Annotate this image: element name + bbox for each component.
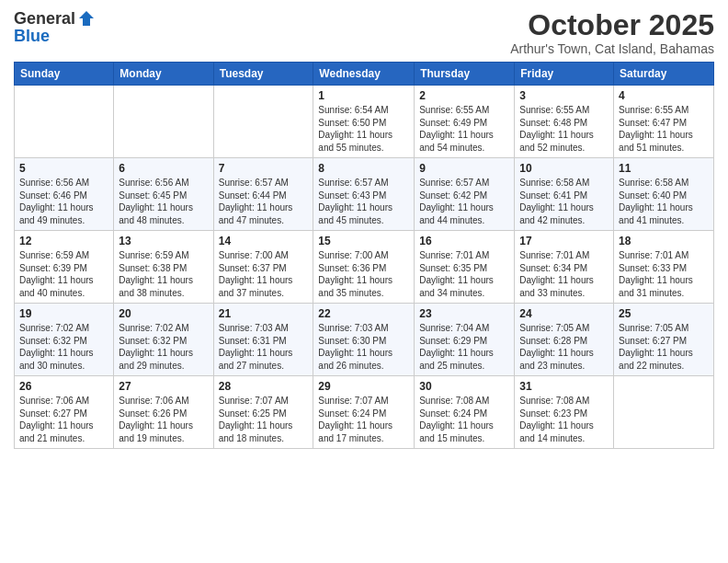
calendar-cell: 10Sunrise: 6:58 AM Sunset: 6:41 PM Dayli… [515,158,614,231]
calendar-cell: 28Sunrise: 7:07 AM Sunset: 6:25 PM Dayli… [213,376,313,449]
day-number: 2 [419,89,509,102]
day-number: 24 [519,307,609,320]
weekday-header-monday: Monday [114,63,213,86]
day-info: Sunrise: 7:03 AM Sunset: 6:30 PM Dayligh… [318,322,409,372]
day-number: 21 [219,307,309,320]
day-info: Sunrise: 7:07 AM Sunset: 6:24 PM Dayligh… [318,395,409,444]
day-number: 25 [619,307,709,320]
weekday-header-thursday: Thursday [415,63,515,86]
day-number: 27 [119,380,208,393]
day-number: 13 [119,235,208,247]
day-info: Sunrise: 7:00 AM Sunset: 6:36 PM Dayligh… [318,249,409,299]
day-info: Sunrise: 7:01 AM Sunset: 6:33 PM Dayligh… [619,249,709,299]
day-info: Sunrise: 7:02 AM Sunset: 6:32 PM Dayligh… [119,322,208,372]
day-number: 14 [219,235,309,247]
header: General Blue October 2025 Arthur's Town,… [14,9,714,56]
day-info: Sunrise: 7:06 AM Sunset: 6:26 PM Dayligh… [119,395,208,444]
calendar-cell: 15Sunrise: 7:00 AM Sunset: 6:36 PM Dayli… [313,231,415,304]
day-number: 11 [619,162,709,175]
calendar-cell: 2Sunrise: 6:55 AM Sunset: 6:49 PM Daylig… [415,86,515,158]
day-number: 4 [619,89,709,102]
calendar-cell: 5Sunrise: 6:56 AM Sunset: 6:46 PM Daylig… [15,158,114,231]
day-info: Sunrise: 7:01 AM Sunset: 6:34 PM Dayligh… [519,249,609,299]
day-number: 30 [419,380,509,393]
day-info: Sunrise: 7:05 AM Sunset: 6:27 PM Dayligh… [619,322,709,372]
weekday-header-friday: Friday [515,63,614,86]
day-info: Sunrise: 7:02 AM Sunset: 6:32 PM Dayligh… [19,322,108,372]
day-info: Sunrise: 6:56 AM Sunset: 6:45 PM Dayligh… [119,177,208,226]
calendar-cell: 7Sunrise: 6:57 AM Sunset: 6:44 PM Daylig… [213,158,313,231]
day-number: 16 [419,235,509,247]
day-info: Sunrise: 6:56 AM Sunset: 6:46 PM Dayligh… [19,177,108,226]
calendar-cell: 19Sunrise: 7:02 AM Sunset: 6:32 PM Dayli… [15,304,114,376]
weekday-header-row: SundayMondayTuesdayWednesdayThursdayFrid… [15,63,714,86]
day-number: 22 [318,307,409,320]
day-number: 19 [19,307,108,320]
calendar-cell: 16Sunrise: 7:01 AM Sunset: 6:35 PM Dayli… [415,231,515,304]
calendar-cell: 23Sunrise: 7:04 AM Sunset: 6:29 PM Dayli… [415,304,515,376]
day-info: Sunrise: 6:55 AM Sunset: 6:48 PM Dayligh… [519,104,609,154]
logo: General Blue [14,9,96,44]
calendar-cell: 27Sunrise: 7:06 AM Sunset: 6:26 PM Dayli… [114,376,213,449]
calendar-cell [213,86,313,158]
calendar-cell: 6Sunrise: 6:56 AM Sunset: 6:45 PM Daylig… [114,158,213,231]
calendar-cell: 13Sunrise: 6:59 AM Sunset: 6:38 PM Dayli… [114,231,213,304]
day-number: 28 [219,380,309,393]
day-info: Sunrise: 7:06 AM Sunset: 6:27 PM Dayligh… [19,395,108,444]
calendar-week-row: 19Sunrise: 7:02 AM Sunset: 6:32 PM Dayli… [15,304,714,376]
calendar-cell: 17Sunrise: 7:01 AM Sunset: 6:34 PM Dayli… [515,231,614,304]
weekday-header-tuesday: Tuesday [213,63,313,86]
calendar-cell: 24Sunrise: 7:05 AM Sunset: 6:28 PM Dayli… [515,304,614,376]
day-info: Sunrise: 6:57 AM Sunset: 6:43 PM Dayligh… [318,177,409,226]
day-info: Sunrise: 6:59 AM Sunset: 6:38 PM Dayligh… [119,249,208,299]
day-number: 23 [419,307,509,320]
day-info: Sunrise: 6:57 AM Sunset: 6:44 PM Dayligh… [219,177,309,226]
day-info: Sunrise: 6:55 AM Sunset: 6:47 PM Dayligh… [619,104,709,154]
month-title: October 2025 [510,9,714,41]
day-info: Sunrise: 6:59 AM Sunset: 6:39 PM Dayligh… [19,249,108,299]
logo-icon [77,9,96,28]
calendar-week-row: 1Sunrise: 6:54 AM Sunset: 6:50 PM Daylig… [15,86,714,158]
day-number: 5 [19,162,108,175]
day-info: Sunrise: 7:03 AM Sunset: 6:31 PM Dayligh… [219,322,309,372]
day-info: Sunrise: 7:08 AM Sunset: 6:23 PM Dayligh… [519,395,609,444]
calendar-cell: 4Sunrise: 6:55 AM Sunset: 6:47 PM Daylig… [614,86,714,158]
day-info: Sunrise: 7:04 AM Sunset: 6:29 PM Dayligh… [419,322,509,372]
logo-general-text: General [14,10,75,27]
calendar-cell: 12Sunrise: 6:59 AM Sunset: 6:39 PM Dayli… [15,231,114,304]
calendar-cell: 8Sunrise: 6:57 AM Sunset: 6:43 PM Daylig… [313,158,415,231]
day-info: Sunrise: 7:07 AM Sunset: 6:25 PM Dayligh… [219,395,309,444]
day-info: Sunrise: 6:58 AM Sunset: 6:41 PM Dayligh… [519,177,609,226]
day-number: 6 [119,162,208,175]
day-number: 12 [19,235,108,247]
day-info: Sunrise: 7:08 AM Sunset: 6:24 PM Dayligh… [419,395,509,444]
day-number: 31 [519,380,609,393]
day-number: 1 [318,89,409,102]
calendar-cell: 22Sunrise: 7:03 AM Sunset: 6:30 PM Dayli… [313,304,415,376]
day-number: 29 [318,380,409,393]
day-number: 15 [318,235,409,247]
weekday-header-sunday: Sunday [15,63,114,86]
calendar-cell: 11Sunrise: 6:58 AM Sunset: 6:40 PM Dayli… [614,158,714,231]
day-info: Sunrise: 6:54 AM Sunset: 6:50 PM Dayligh… [318,104,409,154]
day-number: 17 [519,235,609,247]
calendar-page: General Blue October 2025 Arthur's Town,… [0,0,728,563]
calendar-cell: 31Sunrise: 7:08 AM Sunset: 6:23 PM Dayli… [515,376,614,449]
location-subtitle: Arthur's Town, Cat Island, Bahamas [510,41,714,56]
logo-blue-text: Blue [14,28,50,44]
calendar-cell [614,376,714,449]
day-number: 20 [119,307,208,320]
calendar-cell: 20Sunrise: 7:02 AM Sunset: 6:32 PM Dayli… [114,304,213,376]
title-area: October 2025 Arthur's Town, Cat Island, … [510,9,714,56]
calendar-cell: 1Sunrise: 6:54 AM Sunset: 6:50 PM Daylig… [313,86,415,158]
calendar-cell: 3Sunrise: 6:55 AM Sunset: 6:48 PM Daylig… [515,86,614,158]
day-number: 9 [419,162,509,175]
day-number: 3 [519,89,609,102]
day-number: 10 [519,162,609,175]
calendar-week-row: 5Sunrise: 6:56 AM Sunset: 6:46 PM Daylig… [15,158,714,231]
calendar-cell: 26Sunrise: 7:06 AM Sunset: 6:27 PM Dayli… [15,376,114,449]
calendar-cell: 29Sunrise: 7:07 AM Sunset: 6:24 PM Dayli… [313,376,415,449]
calendar-cell: 30Sunrise: 7:08 AM Sunset: 6:24 PM Dayli… [415,376,515,449]
weekday-header-saturday: Saturday [614,63,714,86]
weekday-header-wednesday: Wednesday [313,63,415,86]
